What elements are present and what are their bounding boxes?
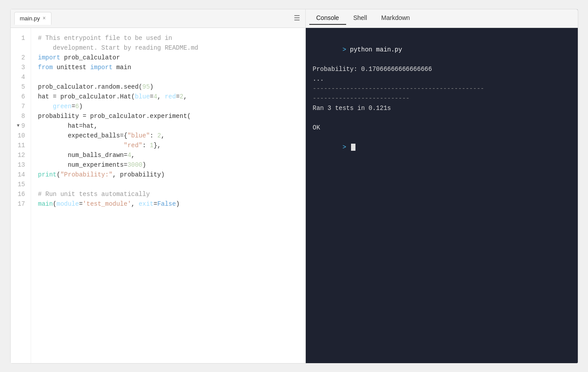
editor-tab-bar: main.py × ☰	[11, 9, 305, 28]
import-kw: import	[38, 54, 60, 61]
code-line-6b: green=6)	[31, 102, 305, 111]
console-line-blank	[313, 113, 571, 123]
ln-6: 6	[11, 92, 31, 102]
ln-blank-1	[11, 43, 31, 53]
ln-12: 12	[11, 150, 31, 160]
console-prompt-1: >	[343, 46, 350, 53]
ln-7: 7	[11, 102, 31, 111]
comment-span-b: development. Start by reading README.md	[38, 44, 198, 51]
code-line-6: hat = prob_calculator.Hat(blue=4, red=2,	[31, 92, 305, 102]
code-line-3: from unittest import main	[31, 63, 305, 72]
ln-15: 15	[11, 180, 31, 189]
ln-1: 1	[11, 33, 31, 43]
console-line-1: > python main.py	[313, 35, 571, 64]
fold-arrow-icon[interactable]: ▼	[17, 121, 20, 131]
code-line-5: prob_calculator.random.seed(95)	[31, 82, 305, 92]
ln-8: 8	[11, 111, 31, 121]
ln-4: 4	[11, 72, 31, 82]
code-line-16: main(module='test_module', exit=False)	[31, 199, 305, 209]
tab-markdown[interactable]: Markdown	[374, 12, 417, 25]
tab-console[interactable]: Console	[309, 12, 346, 25]
console-line-ok: OK	[313, 123, 571, 133]
code-line-2: import prob_calculator	[31, 53, 305, 63]
code-line-1b: development. Start by reading README.md	[31, 43, 305, 53]
ln-11: 11	[11, 141, 31, 150]
console-panel: Console Shell Markdown > python main.py …	[306, 9, 578, 363]
ln-16: 16	[11, 189, 31, 199]
code-line-7: probability = prob_calculator.experiment…	[31, 111, 305, 121]
main-container: main.py × ☰ 1 2 3 4 5 6 7 8 ▼9 10 11	[10, 9, 578, 364]
ln-17: 17	[11, 199, 31, 209]
ln-2: 2	[11, 53, 31, 63]
ln-10: 10	[11, 131, 31, 141]
ln-9: ▼9	[11, 121, 31, 131]
code-line-10: "red": 1},	[31, 141, 305, 150]
code-line-15: # Run unit tests automatically	[31, 189, 305, 199]
code-line-1: # This entrypoint file to be used in	[31, 33, 305, 43]
tab-close-button[interactable]: ×	[43, 15, 46, 21]
console-line-4: ----------------------------------------…	[313, 84, 571, 94]
code-line-14	[31, 180, 305, 189]
code-line-8: hat=hat,	[31, 121, 305, 131]
console-output-area[interactable]: > python main.py Probability: 0.17066666…	[306, 28, 578, 363]
import-kw2: import	[90, 64, 112, 71]
code-line-17	[31, 209, 305, 219]
ln-5: 5	[11, 82, 31, 92]
code-content[interactable]: # This entrypoint file to be used in dev…	[31, 28, 305, 363]
console-line-5: --------------------------	[313, 94, 571, 103]
console-command-1: python main.py	[350, 46, 403, 53]
console-cursor	[351, 144, 355, 151]
editor-panel: main.py × ☰ 1 2 3 4 5 6 7 8 ▼9 10 11	[11, 9, 306, 363]
code-line-12: num_experiments=3000)	[31, 160, 305, 170]
console-line-3: ...	[313, 74, 571, 84]
tab-filename: main.py	[20, 15, 40, 22]
ln-13: 13	[11, 160, 31, 170]
console-line-6: Ran 3 tests in 0.121s	[313, 103, 571, 113]
ln-14: 14	[11, 170, 31, 180]
code-area: 1 2 3 4 5 6 7 8 ▼9 10 11 12 13 14 15 16 …	[11, 28, 305, 363]
code-line-4	[31, 72, 305, 82]
console-line-2: Probability: 0.17066666666666666	[313, 64, 571, 74]
tab-shell[interactable]: Shell	[346, 12, 374, 25]
comment-line15: # Run unit tests automatically	[38, 191, 150, 198]
line-numbers: 1 2 3 4 5 6 7 8 ▼9 10 11 12 13 14 15 16 …	[11, 28, 31, 363]
comment-span: # This entrypoint file to be used in	[38, 35, 172, 42]
ln-3: 3	[11, 63, 31, 72]
console-tab-bar: Console Shell Markdown	[306, 9, 578, 28]
editor-tab-main-py[interactable]: main.py ×	[14, 12, 52, 25]
console-prompt-2: >	[343, 144, 350, 151]
code-line-13: print("Probability:", probability)	[31, 170, 305, 180]
editor-menu-icon[interactable]: ☰	[292, 12, 302, 24]
code-line-11: num_balls_drawn=4,	[31, 150, 305, 160]
from-kw: from	[38, 64, 53, 71]
code-line-9: expected_balls={"blue": 2,	[31, 131, 305, 141]
console-line-prompt: >	[313, 133, 571, 162]
